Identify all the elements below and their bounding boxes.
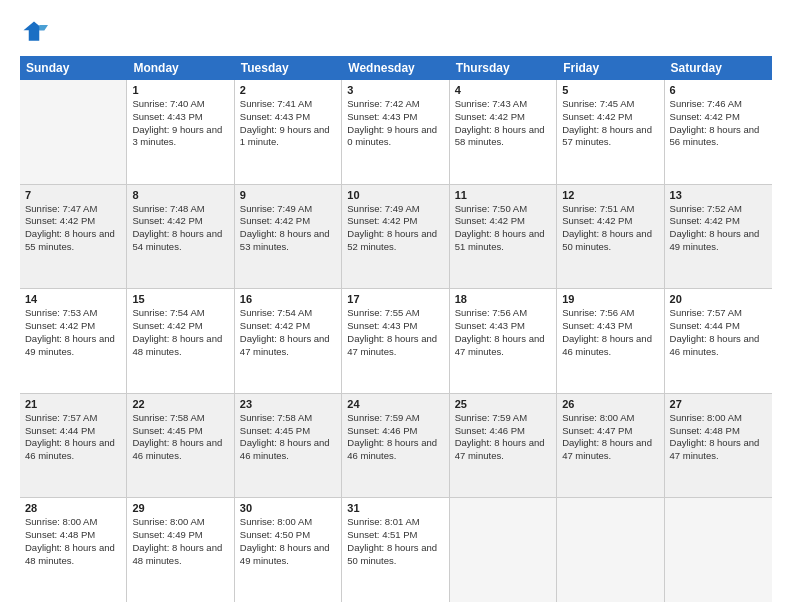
daylight-text: Daylight: 8 hours and 57 minutes.	[562, 124, 658, 150]
daylight-text: Daylight: 8 hours and 46 minutes.	[670, 333, 767, 359]
sunset-text: Sunset: 4:42 PM	[240, 320, 336, 333]
empty-cell	[20, 80, 127, 184]
empty-cell	[557, 498, 664, 602]
day-number: 2	[240, 84, 336, 96]
logo	[20, 18, 52, 46]
sunrise-text: Sunrise: 7:51 AM	[562, 203, 658, 216]
day-cell-19: 19Sunrise: 7:56 AMSunset: 4:43 PMDayligh…	[557, 289, 664, 393]
day-header-sunday: Sunday	[20, 56, 127, 80]
calendar-row-0: 1Sunrise: 7:40 AMSunset: 4:43 PMDaylight…	[20, 80, 772, 185]
day-cell-2: 2Sunrise: 7:41 AMSunset: 4:43 PMDaylight…	[235, 80, 342, 184]
day-cell-31: 31Sunrise: 8:01 AMSunset: 4:51 PMDayligh…	[342, 498, 449, 602]
daylight-text: Daylight: 8 hours and 48 minutes.	[132, 333, 228, 359]
sunset-text: Sunset: 4:43 PM	[347, 320, 443, 333]
sunrise-text: Sunrise: 7:58 AM	[132, 412, 228, 425]
day-cell-20: 20Sunrise: 7:57 AMSunset: 4:44 PMDayligh…	[665, 289, 772, 393]
sunset-text: Sunset: 4:42 PM	[240, 215, 336, 228]
daylight-text: Daylight: 8 hours and 46 minutes.	[25, 437, 121, 463]
sunset-text: Sunset: 4:45 PM	[240, 425, 336, 438]
sunset-text: Sunset: 4:43 PM	[455, 320, 551, 333]
day-number: 12	[562, 189, 658, 201]
sunrise-text: Sunrise: 7:48 AM	[132, 203, 228, 216]
page: SundayMondayTuesdayWednesdayThursdayFrid…	[0, 0, 792, 612]
day-cell-29: 29Sunrise: 8:00 AMSunset: 4:49 PMDayligh…	[127, 498, 234, 602]
day-cell-15: 15Sunrise: 7:54 AMSunset: 4:42 PMDayligh…	[127, 289, 234, 393]
sunrise-text: Sunrise: 8:00 AM	[562, 412, 658, 425]
sunset-text: Sunset: 4:46 PM	[455, 425, 551, 438]
day-number: 23	[240, 398, 336, 410]
daylight-text: Daylight: 9 hours and 1 minute.	[240, 124, 336, 150]
sunrise-text: Sunrise: 7:56 AM	[562, 307, 658, 320]
day-header-wednesday: Wednesday	[342, 56, 449, 80]
sunset-text: Sunset: 4:43 PM	[347, 111, 443, 124]
day-header-tuesday: Tuesday	[235, 56, 342, 80]
sunrise-text: Sunrise: 7:42 AM	[347, 98, 443, 111]
day-number: 9	[240, 189, 336, 201]
daylight-text: Daylight: 8 hours and 50 minutes.	[347, 542, 443, 568]
daylight-text: Daylight: 8 hours and 58 minutes.	[455, 124, 551, 150]
sunset-text: Sunset: 4:42 PM	[670, 111, 767, 124]
daylight-text: Daylight: 8 hours and 46 minutes.	[347, 437, 443, 463]
day-header-thursday: Thursday	[450, 56, 557, 80]
daylight-text: Daylight: 9 hours and 3 minutes.	[132, 124, 228, 150]
day-cell-23: 23Sunrise: 7:58 AMSunset: 4:45 PMDayligh…	[235, 394, 342, 498]
day-number: 31	[347, 502, 443, 514]
sunset-text: Sunset: 4:42 PM	[670, 215, 767, 228]
logo-icon	[20, 18, 48, 46]
sunrise-text: Sunrise: 7:52 AM	[670, 203, 767, 216]
day-number: 7	[25, 189, 121, 201]
sunrise-text: Sunrise: 7:40 AM	[132, 98, 228, 111]
calendar: SundayMondayTuesdayWednesdayThursdayFrid…	[20, 56, 772, 602]
sunset-text: Sunset: 4:43 PM	[562, 320, 658, 333]
day-cell-12: 12Sunrise: 7:51 AMSunset: 4:42 PMDayligh…	[557, 185, 664, 289]
sunrise-text: Sunrise: 8:00 AM	[25, 516, 121, 529]
sunset-text: Sunset: 4:42 PM	[455, 215, 551, 228]
daylight-text: Daylight: 8 hours and 48 minutes.	[25, 542, 121, 568]
day-number: 16	[240, 293, 336, 305]
sunrise-text: Sunrise: 7:57 AM	[25, 412, 121, 425]
day-header-friday: Friday	[557, 56, 664, 80]
daylight-text: Daylight: 8 hours and 46 minutes.	[562, 333, 658, 359]
day-number: 22	[132, 398, 228, 410]
sunset-text: Sunset: 4:48 PM	[670, 425, 767, 438]
sunrise-text: Sunrise: 7:46 AM	[670, 98, 767, 111]
daylight-text: Daylight: 8 hours and 46 minutes.	[132, 437, 228, 463]
sunset-text: Sunset: 4:42 PM	[455, 111, 551, 124]
daylight-text: Daylight: 8 hours and 53 minutes.	[240, 228, 336, 254]
day-cell-3: 3Sunrise: 7:42 AMSunset: 4:43 PMDaylight…	[342, 80, 449, 184]
sunset-text: Sunset: 4:43 PM	[132, 111, 228, 124]
day-cell-30: 30Sunrise: 8:00 AMSunset: 4:50 PMDayligh…	[235, 498, 342, 602]
daylight-text: Daylight: 8 hours and 50 minutes.	[562, 228, 658, 254]
daylight-text: Daylight: 8 hours and 47 minutes.	[562, 437, 658, 463]
calendar-body: 1Sunrise: 7:40 AMSunset: 4:43 PMDaylight…	[20, 80, 772, 602]
day-number: 5	[562, 84, 658, 96]
sunrise-text: Sunrise: 7:41 AM	[240, 98, 336, 111]
daylight-text: Daylight: 9 hours and 0 minutes.	[347, 124, 443, 150]
sunset-text: Sunset: 4:42 PM	[25, 320, 121, 333]
sunrise-text: Sunrise: 7:59 AM	[455, 412, 551, 425]
daylight-text: Daylight: 8 hours and 51 minutes.	[455, 228, 551, 254]
header	[20, 18, 772, 46]
day-cell-6: 6Sunrise: 7:46 AMSunset: 4:42 PMDaylight…	[665, 80, 772, 184]
sunrise-text: Sunrise: 7:59 AM	[347, 412, 443, 425]
sunrise-text: Sunrise: 7:45 AM	[562, 98, 658, 111]
sunrise-text: Sunrise: 7:54 AM	[132, 307, 228, 320]
empty-cell	[665, 498, 772, 602]
day-cell-16: 16Sunrise: 7:54 AMSunset: 4:42 PMDayligh…	[235, 289, 342, 393]
sunrise-text: Sunrise: 7:58 AM	[240, 412, 336, 425]
day-cell-10: 10Sunrise: 7:49 AMSunset: 4:42 PMDayligh…	[342, 185, 449, 289]
sunset-text: Sunset: 4:45 PM	[132, 425, 228, 438]
sunset-text: Sunset: 4:42 PM	[25, 215, 121, 228]
day-number: 11	[455, 189, 551, 201]
day-header-saturday: Saturday	[665, 56, 772, 80]
daylight-text: Daylight: 8 hours and 54 minutes.	[132, 228, 228, 254]
day-number: 27	[670, 398, 767, 410]
sunrise-text: Sunrise: 7:50 AM	[455, 203, 551, 216]
day-number: 20	[670, 293, 767, 305]
calendar-row-4: 28Sunrise: 8:00 AMSunset: 4:48 PMDayligh…	[20, 498, 772, 602]
day-cell-18: 18Sunrise: 7:56 AMSunset: 4:43 PMDayligh…	[450, 289, 557, 393]
sunset-text: Sunset: 4:43 PM	[240, 111, 336, 124]
daylight-text: Daylight: 8 hours and 49 minutes.	[25, 333, 121, 359]
daylight-text: Daylight: 8 hours and 56 minutes.	[670, 124, 767, 150]
daylight-text: Daylight: 8 hours and 47 minutes.	[455, 333, 551, 359]
